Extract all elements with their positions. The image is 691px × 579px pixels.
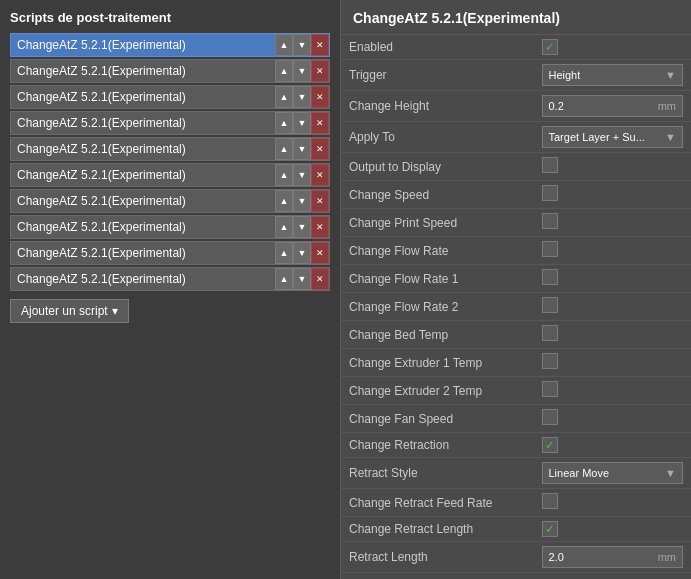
script-remove-button-4[interactable]: ✕ — [311, 138, 329, 160]
script-remove-button-2[interactable]: ✕ — [311, 86, 329, 108]
script-remove-button-1[interactable]: ✕ — [311, 60, 329, 82]
unit-label-18: mm — [658, 551, 676, 563]
settings-value-15[interactable]: Linear Move▼ — [534, 458, 692, 489]
settings-value-9[interactable] — [534, 293, 692, 321]
checkbox-14[interactable] — [542, 437, 558, 453]
checkbox-0[interactable] — [542, 39, 558, 55]
script-item-controls-4: ▲▼✕ — [275, 138, 329, 160]
script-item-6[interactable]: ChangeAtZ 5.2.1(Experimental)▲▼✕ — [10, 189, 330, 213]
script-down-button-8[interactable]: ▼ — [293, 242, 311, 264]
script-up-button-3[interactable]: ▲ — [275, 112, 293, 134]
settings-row-13: Change Fan Speed — [341, 405, 691, 433]
settings-value-8[interactable] — [534, 265, 692, 293]
script-item-9[interactable]: ChangeAtZ 5.2.1(Experimental)▲▼✕ — [10, 267, 330, 291]
script-down-button-4[interactable]: ▼ — [293, 138, 311, 160]
checkbox-17[interactable] — [542, 521, 558, 537]
script-remove-button-6[interactable]: ✕ — [311, 190, 329, 212]
add-script-button[interactable]: Ajouter un script ▾ — [10, 299, 129, 323]
settings-value-18[interactable]: 2.0mm — [534, 542, 692, 573]
checkbox-13[interactable] — [542, 409, 558, 425]
settings-value-16[interactable] — [534, 489, 692, 517]
script-up-button-2[interactable]: ▲ — [275, 86, 293, 108]
dropdown-3[interactable]: Target Layer + Su...▼ — [542, 126, 684, 148]
dropdown-15[interactable]: Linear Move▼ — [542, 462, 684, 484]
checkbox-6[interactable] — [542, 213, 558, 229]
script-remove-button-8[interactable]: ✕ — [311, 242, 329, 264]
script-up-button-5[interactable]: ▲ — [275, 164, 293, 186]
checkbox-12[interactable] — [542, 381, 558, 397]
script-up-button-6[interactable]: ▲ — [275, 190, 293, 212]
script-up-button-1[interactable]: ▲ — [275, 60, 293, 82]
settings-value-14[interactable] — [534, 433, 692, 458]
settings-value-1[interactable]: Height▼ — [534, 60, 692, 91]
number-field-18[interactable]: 2.0mm — [542, 546, 684, 568]
number-field-2[interactable]: 0.2mm — [542, 95, 684, 117]
settings-value-4[interactable] — [534, 153, 692, 181]
checkbox-10[interactable] — [542, 325, 558, 341]
checkbox-4[interactable] — [542, 157, 558, 173]
right-panel: ChangeAtZ 5.2.1(Experimental) EnabledTri… — [340, 0, 691, 579]
settings-value-3[interactable]: Target Layer + Su...▼ — [534, 122, 692, 153]
settings-value-6[interactable] — [534, 209, 692, 237]
script-item-0[interactable]: ChangeAtZ 5.2.1(Experimental)▲▼✕ — [10, 33, 330, 57]
checkbox-9[interactable] — [542, 297, 558, 313]
settings-value-7[interactable] — [534, 237, 692, 265]
script-item-3[interactable]: ChangeAtZ 5.2.1(Experimental)▲▼✕ — [10, 111, 330, 135]
script-up-button-7[interactable]: ▲ — [275, 216, 293, 238]
left-panel-title: Scripts de post-traitement — [10, 10, 330, 25]
settings-row-1: TriggerHeight▼ — [341, 60, 691, 91]
settings-value-5[interactable] — [534, 181, 692, 209]
checkbox-5[interactable] — [542, 185, 558, 201]
script-down-button-0[interactable]: ▼ — [293, 34, 311, 56]
script-remove-button-5[interactable]: ✕ — [311, 164, 329, 186]
settings-label-1: Trigger — [341, 60, 534, 91]
script-up-button-9[interactable]: ▲ — [275, 268, 293, 290]
checkbox-16[interactable] — [542, 493, 558, 509]
settings-value-17[interactable] — [534, 517, 692, 542]
script-item-8[interactable]: ChangeAtZ 5.2.1(Experimental)▲▼✕ — [10, 241, 330, 265]
script-down-button-1[interactable]: ▼ — [293, 60, 311, 82]
dropdown-1[interactable]: Height▼ — [542, 64, 684, 86]
script-item-5[interactable]: ChangeAtZ 5.2.1(Experimental)▲▼✕ — [10, 163, 330, 187]
script-remove-button-7[interactable]: ✕ — [311, 216, 329, 238]
script-down-button-5[interactable]: ▼ — [293, 164, 311, 186]
settings-value-0[interactable] — [534, 35, 692, 60]
script-down-button-2[interactable]: ▼ — [293, 86, 311, 108]
settings-row-3: Apply ToTarget Layer + Su...▼ — [341, 122, 691, 153]
script-down-button-7[interactable]: ▼ — [293, 216, 311, 238]
script-item-1[interactable]: ChangeAtZ 5.2.1(Experimental)▲▼✕ — [10, 59, 330, 83]
script-item-4[interactable]: ChangeAtZ 5.2.1(Experimental)▲▼✕ — [10, 137, 330, 161]
settings-row-4: Output to Display — [341, 153, 691, 181]
settings-value-10[interactable] — [534, 321, 692, 349]
script-item-label-7: ChangeAtZ 5.2.1(Experimental) — [11, 220, 275, 234]
script-item-2[interactable]: ChangeAtZ 5.2.1(Experimental)▲▼✕ — [10, 85, 330, 109]
script-remove-button-3[interactable]: ✕ — [311, 112, 329, 134]
script-up-button-8[interactable]: ▲ — [275, 242, 293, 264]
script-up-button-4[interactable]: ▲ — [275, 138, 293, 160]
script-remove-button-0[interactable]: ✕ — [311, 34, 329, 56]
script-down-button-6[interactable]: ▼ — [293, 190, 311, 212]
script-item-label-6: ChangeAtZ 5.2.1(Experimental) — [11, 194, 275, 208]
add-script-label: Ajouter un script — [21, 304, 108, 318]
settings-label-3: Apply To — [341, 122, 534, 153]
script-down-button-9[interactable]: ▼ — [293, 268, 311, 290]
settings-value-13[interactable] — [534, 405, 692, 433]
script-remove-button-9[interactable]: ✕ — [311, 268, 329, 290]
script-down-button-3[interactable]: ▼ — [293, 112, 311, 134]
script-item-7[interactable]: ChangeAtZ 5.2.1(Experimental)▲▼✕ — [10, 215, 330, 239]
script-item-label-9: ChangeAtZ 5.2.1(Experimental) — [11, 272, 275, 286]
settings-value-12[interactable] — [534, 377, 692, 405]
checkbox-7[interactable] — [542, 241, 558, 257]
script-item-controls-7: ▲▼✕ — [275, 216, 329, 238]
settings-label-16: Change Retract Feed Rate — [341, 489, 534, 517]
settings-label-17: Change Retract Length — [341, 517, 534, 542]
script-item-controls-6: ▲▼✕ — [275, 190, 329, 212]
script-item-controls-0: ▲▼✕ — [275, 34, 329, 56]
settings-value-2[interactable]: 0.2mm — [534, 91, 692, 122]
script-up-button-0[interactable]: ▲ — [275, 34, 293, 56]
settings-value-11[interactable] — [534, 349, 692, 377]
checkbox-8[interactable] — [542, 269, 558, 285]
script-item-controls-3: ▲▼✕ — [275, 112, 329, 134]
script-item-label-5: ChangeAtZ 5.2.1(Experimental) — [11, 168, 275, 182]
checkbox-11[interactable] — [542, 353, 558, 369]
